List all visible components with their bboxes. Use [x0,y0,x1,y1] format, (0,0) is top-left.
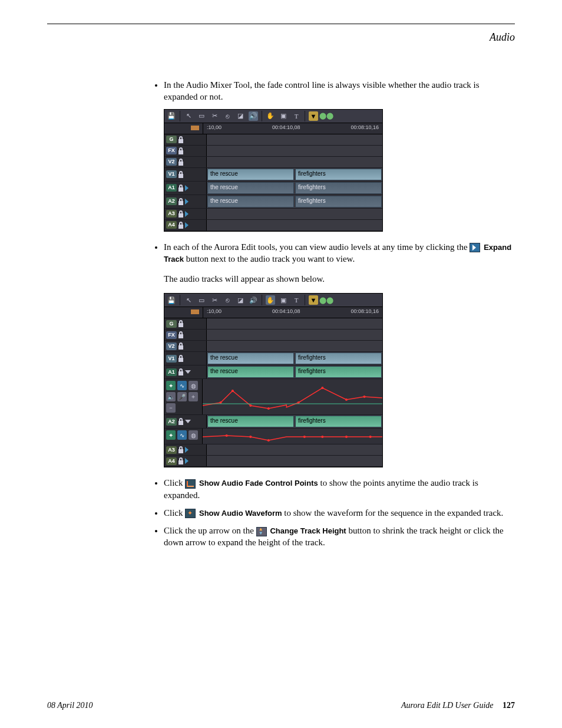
track-label[interactable]: FX [166,331,177,339]
svg-point-3 [267,407,270,410]
track-label[interactable]: A3 [166,210,177,218]
track-controls: ✦ ∿ ◍ [164,429,203,444]
track-label[interactable]: A1 [166,184,177,192]
lock-icon[interactable] [178,342,184,350]
box-icon[interactable]: ▭ [197,295,206,305]
crop-icon[interactable]: ▣ [279,295,288,305]
mic-icon[interactable]: 🎤 [177,392,187,401]
clip[interactable]: the rescue [207,196,294,207]
track-label[interactable]: V2 [166,158,177,166]
lock-icon[interactable] [178,368,184,375]
audio-icon[interactable]: 🔊 [249,111,258,121]
hand-icon[interactable]: ✋ [266,295,275,305]
lock-icon[interactable] [178,355,184,362]
track-height-icon[interactable]: ◍ [189,381,198,390]
save-icon[interactable]: 💾 [167,111,176,121]
lock-icon[interactable] [178,457,184,465]
cut-icon[interactable]: ✂ [210,295,219,305]
expand-track-icon[interactable] [185,458,189,464]
show-waveform-icon[interactable]: ∿ [177,430,187,440]
tick-label: :10,00 [207,308,222,318]
lock-icon[interactable] [178,210,184,218]
clip[interactable]: firefighters [295,169,382,180]
split-icon[interactable]: ⎋ [223,111,232,121]
lock-icon[interactable] [178,185,184,192]
cut-icon[interactable]: ✂ [210,111,219,121]
audio-icon[interactable]: 🔊 [249,295,258,305]
lock-icon[interactable] [178,159,184,166]
show-waveform-icon[interactable]: ∿ [177,381,187,390]
fill-icon[interactable]: ◪ [236,111,245,121]
clip[interactable]: firefighters [295,353,382,364]
track-row-a2-expanded: A2 the rescuefirefighters [164,415,382,429]
separator [305,295,305,305]
track-label[interactable]: V1 [166,355,177,363]
collapse-track-icon[interactable] [185,370,191,374]
change-track-height-icon [256,527,267,536]
pointer-icon[interactable]: ↖ [184,295,193,305]
expand-track-icon[interactable] [185,211,189,217]
lock-icon[interactable] [178,446,184,453]
split-icon[interactable]: ⎋ [223,295,232,305]
waveform-area[interactable] [203,429,382,444]
clip[interactable]: firefighters [295,416,382,427]
separator [180,111,180,121]
pointer-icon[interactable]: ↖ [184,111,193,121]
track-label[interactable]: A3 [166,446,177,454]
show-fade-points-icon[interactable]: ✦ [166,430,176,440]
clip[interactable]: firefighters [295,182,382,194]
expand-track-icon[interactable] [185,185,189,191]
track-row-fx: FX [164,146,382,157]
lock-icon[interactable] [178,320,184,327]
track-label[interactable]: A4 [166,457,177,465]
box-icon[interactable]: ▭ [197,111,206,121]
separator [262,295,262,305]
track-label[interactable]: A2 [166,197,177,205]
expand-track-icon[interactable] [185,447,189,453]
zoom-out-icon[interactable]: － [166,403,176,413]
hand-icon[interactable]: ✋ [266,111,275,121]
text-icon[interactable]: T [292,111,301,121]
link-icon[interactable]: ⬤⬤ [322,295,331,305]
clip[interactable]: firefighters [295,366,382,378]
link-icon[interactable]: ⬤⬤ [322,111,331,121]
track-label[interactable]: V1 [166,170,177,178]
lock-icon[interactable] [178,171,184,178]
track-label[interactable]: A1 [166,368,177,376]
lock-icon[interactable] [178,147,184,154]
speaker-icon[interactable]: 🔈 [166,392,176,401]
lock-icon[interactable] [178,136,184,143]
tick-label: 00:04:10,08 [272,308,300,318]
track-label[interactable]: FX [166,147,177,154]
clip[interactable]: the rescue [207,353,294,364]
track-label[interactable]: A4 [166,221,177,229]
page-number: 127 [503,701,515,710]
crop-icon[interactable]: ▣ [279,111,288,121]
text-icon[interactable]: T [292,295,301,305]
waveform-area[interactable] [203,379,382,414]
track-label[interactable]: G [166,320,177,328]
track-height-icon[interactable]: ◍ [189,430,198,440]
lock-icon[interactable] [178,331,184,338]
clip[interactable]: the rescue [207,366,294,378]
fill-icon[interactable]: ◪ [236,295,245,305]
lock-icon[interactable] [178,222,184,229]
user-icon[interactable]: ▼ [309,111,318,121]
clip[interactable]: the rescue [207,182,294,194]
collapse-track-icon[interactable] [185,420,191,423]
save-icon[interactable]: 💾 [167,295,176,305]
clip[interactable]: the rescue [207,169,294,180]
zoom-in-icon[interactable]: ＋ [189,392,198,401]
clip[interactable]: the rescue [207,416,294,427]
lock-icon[interactable] [178,418,184,425]
lock-icon[interactable] [178,198,184,205]
expand-track-icon[interactable] [185,222,189,228]
expand-track-icon[interactable] [185,199,189,205]
track-label[interactable]: V2 [166,342,177,350]
track-label[interactable]: G [166,136,177,143]
show-fade-points-icon[interactable]: ✦ [166,381,176,390]
clip[interactable]: firefighters [295,196,382,207]
track-label[interactable]: A2 [166,418,177,426]
svg-point-6 [345,398,348,401]
user-icon[interactable]: ▼ [309,295,318,305]
